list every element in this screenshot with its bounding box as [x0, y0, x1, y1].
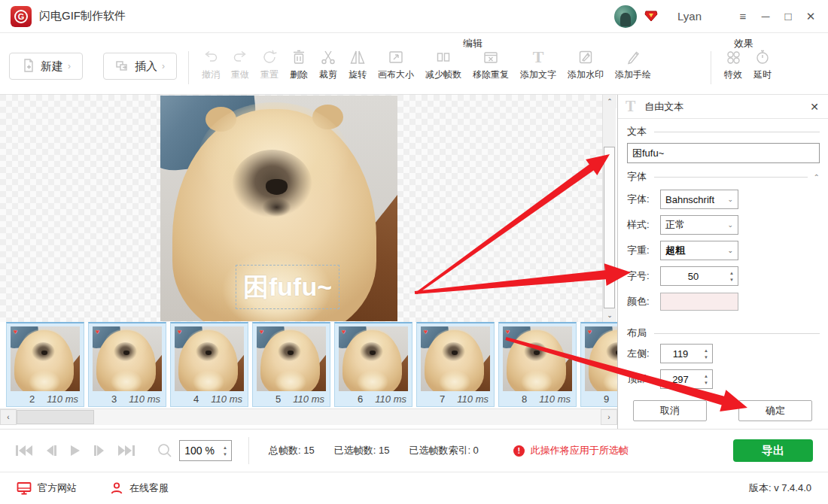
title-bar: G 闪电GIF制作软件 Lyan ≡ ─ □ ✕	[0, 0, 828, 33]
export-button[interactable]: 导出	[733, 439, 813, 462]
previous-frame-button[interactable]	[45, 444, 57, 457]
spinner-arrows-icon[interactable]: ▲▼	[700, 370, 712, 388]
toolbar-item-effects[interactable]: 特效	[724, 47, 742, 81]
font-weight-dropdown[interactable]: 超粗⌄	[660, 241, 738, 260]
scroll-left-button[interactable]: ‹	[0, 409, 17, 425]
heart-icon: ♥	[96, 329, 99, 335]
spinner-arrows-icon[interactable]: ▲▼	[726, 267, 738, 285]
close-button[interactable]: ✕	[799, 5, 822, 28]
toolbar-item-add-drawing[interactable]: 添加手绘	[615, 47, 651, 81]
next-frame-button[interactable]	[93, 444, 105, 457]
frame-tile[interactable]: ♥ 6110 ms	[334, 322, 412, 407]
toolbar-item-delete[interactable]: 删除	[290, 47, 308, 81]
maximize-button[interactable]: □	[777, 5, 799, 28]
canvas[interactable]: 困fufu~	[0, 95, 602, 322]
scroll-right-button[interactable]: ›	[601, 409, 617, 425]
insert-button-label: 插入	[135, 59, 157, 74]
last-frame-button[interactable]	[117, 444, 135, 457]
heart-icon: ♥	[506, 329, 510, 335]
panel-close-icon[interactable]: ✕	[810, 101, 819, 113]
selected-frames-stat: 已选帧数: 15	[334, 444, 390, 457]
warning-message: ! 此操作将应用于所选帧	[513, 444, 629, 457]
new-button[interactable]: 新建 ›	[9, 53, 83, 80]
app-logo-icon: G	[11, 6, 32, 27]
add-drawing-pencil-icon	[624, 47, 642, 66]
online-support-link[interactable]: 在线客服	[110, 481, 169, 495]
toolbar-item-canvas-size[interactable]: 画布大小	[378, 47, 414, 81]
minimize-button[interactable]: ─	[754, 5, 777, 28]
panel-title: 自由文本	[644, 100, 683, 114]
frame-duration: 110 ms	[457, 393, 489, 405]
ok-button[interactable]: 确定	[738, 400, 812, 421]
toolbar-item-reduce-frames[interactable]: 减少帧数	[425, 47, 461, 81]
first-frame-button[interactable]	[15, 444, 33, 457]
frame-number: 6	[358, 393, 363, 405]
play-button[interactable]	[69, 444, 81, 457]
toolbar-item-reset[interactable]: 重置	[260, 47, 279, 81]
total-frames-stat: 总帧数: 15	[269, 444, 315, 457]
font-size-spinner[interactable]: 50 ▲▼	[660, 266, 738, 286]
toolbar-item-rotate[interactable]: 旋转	[349, 47, 367, 81]
frame-number: 5	[275, 393, 281, 405]
left-position-spinner[interactable]: 119 ▲▼	[660, 344, 713, 363]
chevron-down-icon: ⌄	[727, 247, 733, 254]
add-watermark-icon	[577, 47, 595, 66]
frame-tile[interactable]: ♥ 9110 ms	[580, 322, 617, 407]
chevron-right-icon: ›	[162, 61, 165, 71]
font-family-dropdown[interactable]: Bahnschrift⌄	[660, 190, 738, 209]
frame-tile[interactable]: ♥ 8110 ms	[498, 322, 577, 407]
top-position-spinner[interactable]: 297 ▲▼	[660, 369, 713, 389]
chevron-right-icon: ›	[68, 61, 71, 71]
undo-icon	[202, 47, 220, 66]
toolbar-item-add-text[interactable]: T 添加文字	[520, 47, 556, 81]
menu-button[interactable]: ≡	[732, 5, 754, 28]
text-input[interactable]	[627, 143, 820, 163]
frame-number: 3	[111, 393, 117, 405]
font-style-dropdown[interactable]: 正常⌄	[660, 215, 738, 235]
horizontal-scrollbar[interactable]: ‹ ›	[0, 408, 617, 425]
vertical-scrollbar[interactable]: ⌃ ⌄	[602, 95, 616, 322]
toolbar-item-crop[interactable]: 裁剪	[319, 47, 337, 81]
monitor-icon	[17, 481, 32, 495]
chevron-down-icon: ⌄	[727, 221, 733, 229]
frame-number: 2	[29, 393, 35, 405]
insert-button[interactable]: 插入 ›	[103, 53, 177, 80]
frame-tile[interactable]: ♥ 7110 ms	[416, 322, 495, 407]
frame-tile[interactable]: ♥ 4110 ms	[170, 322, 248, 407]
toolbar-item-remove-duplicate[interactable]: 移除重复	[473, 47, 509, 81]
frame-number: 7	[440, 393, 445, 405]
redo-icon	[231, 47, 249, 66]
rotate-flip-icon	[349, 47, 367, 66]
zoom-magnifier-icon	[157, 442, 173, 459]
horizontal-scrollbar-thumb[interactable]	[17, 410, 94, 424]
zoom-level-spinner[interactable]: 100 % ▲▼	[179, 440, 232, 461]
frame-tile[interactable]: ♥ 5110 ms	[252, 322, 330, 407]
heart-icon: ♥	[424, 329, 428, 335]
footer: 官方网站 在线客服 版本: v 7.4.4.0	[0, 472, 828, 504]
heart-icon: ♥	[178, 329, 181, 335]
font-label: 字体:	[627, 193, 660, 206]
cancel-button[interactable]: 取消	[633, 400, 707, 421]
color-swatch[interactable]	[660, 293, 738, 311]
layout-section-header: 布局	[627, 326, 820, 340]
scroll-down-button[interactable]: ⌄	[603, 308, 616, 322]
user-avatar[interactable]	[614, 5, 637, 28]
official-website-link[interactable]: 官方网站	[17, 481, 77, 495]
text-overlay-selection[interactable]: 困fufu~	[236, 265, 339, 309]
toolbar-item-delay[interactable]: 延时	[753, 47, 772, 81]
scroll-up-button[interactable]: ⌃	[603, 95, 616, 108]
new-file-icon	[21, 58, 36, 75]
spinner-arrows-icon[interactable]: ▲▼	[700, 345, 712, 363]
frame-duration: 110 ms	[539, 393, 571, 405]
frame-duration: 110 ms	[47, 393, 78, 405]
toolbar-item-add-watermark[interactable]: 添加水印	[568, 47, 604, 81]
vip-badge-icon[interactable]	[644, 11, 658, 22]
frame-tile[interactable]: ♥ 3110 ms	[88, 322, 166, 407]
toolbar-item-redo[interactable]: 重做	[231, 47, 249, 81]
vertical-scrollbar-thumb[interactable]	[604, 147, 615, 308]
collapse-chevron-icon[interactable]: ⌃	[814, 173, 820, 181]
frame-tile[interactable]: ♥ 2110 ms	[6, 322, 84, 407]
toolbar-item-undo[interactable]: 撤消	[202, 47, 220, 81]
spinner-arrows-icon[interactable]: ▲▼	[219, 441, 231, 460]
text-section-header: 文本	[627, 125, 820, 138]
